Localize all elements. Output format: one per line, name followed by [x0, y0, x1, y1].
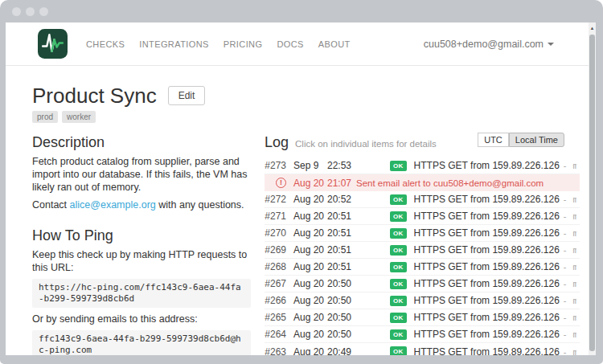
check-slug: - my-fancy-sy…	[562, 262, 576, 272]
check-slug: - my-fancy-sy…	[562, 296, 576, 306]
nav-link[interactable]: DOCS	[269, 33, 310, 55]
account-menu[interactable]: cuu508+demo@gmail.com	[424, 39, 554, 50]
alert-icon: !	[276, 178, 286, 188]
log-entry-row[interactable]: #269 Aug 20 20:51 OK HTTPS GET from 159.…	[265, 242, 580, 259]
ping-time: 21:07	[327, 178, 356, 189]
ping-detail: HTTPS GET from 159.89.226.126 - my-fancy…	[414, 211, 576, 222]
window-control-dot[interactable]	[26, 7, 35, 16]
check-slug: - my-fancy-sy…	[562, 347, 576, 356]
description-heading: Description	[32, 134, 251, 150]
ping-number: #264	[265, 329, 286, 340]
check-slug: - my-fancy-sy…	[562, 329, 576, 340]
ping-time: 20:50	[327, 278, 356, 289]
description-text: Fetch product catalog from supplier, par…	[32, 155, 251, 194]
tag-badge: prod	[32, 111, 58, 123]
http-instruction: Keep this check up by making HTTP reques…	[32, 248, 251, 274]
log-entry-row[interactable]: ! Aug 20 21:07 Sent email alert to cuu50…	[265, 174, 580, 191]
ok-badge: OK	[390, 279, 407, 289]
edit-button[interactable]: Edit	[168, 86, 206, 105]
content: Product Sync Edit prod worker Descriptio…	[6, 66, 596, 355]
ping-detail: HTTPS GET from 159.89.226.126 - my-fancy…	[414, 312, 576, 323]
scrollbar[interactable]: ▲	[589, 22, 596, 355]
ok-badge: OK	[390, 329, 407, 340]
ok-badge: OK	[390, 211, 407, 222]
ping-detail: HTTPS GET from 159.89.226.126 - my-fancy…	[414, 329, 576, 340]
ok-badge: OK	[390, 262, 407, 272]
ping-detail: HTTPS GET from 159.89.226.126 - my-fancy…	[414, 194, 576, 205]
nav-link[interactable]: INTEGRATIONS	[132, 33, 216, 55]
ping-time: 20:51	[327, 261, 356, 272]
window-control-dot[interactable]	[39, 7, 48, 16]
log-entry-row[interactable]: #272 Aug 20 20:52 OK HTTPS GET from 159.…	[265, 191, 580, 208]
caret-down-icon	[548, 43, 554, 46]
nav-link[interactable]: ABOUT	[311, 33, 358, 55]
ping-detail: HTTPS GET from 159.89.226.126 - my-fancy…	[414, 160, 576, 171]
window-titlebar	[0, 0, 603, 22]
ping-time: 20:51	[327, 244, 356, 256]
tag-badge: worker	[62, 111, 96, 123]
ping-time: 20:51	[327, 211, 356, 222]
alert-detail: Sent email alert to cuu508+demo@gmail.co…	[356, 178, 544, 188]
log-entry-row[interactable]: #267 Aug 20 20:50 OK HTTPS GET from 159.…	[265, 276, 580, 292]
ping-number: #273	[265, 160, 286, 171]
how-to-ping-heading: How To Ping	[32, 227, 251, 243]
ping-detail: HTTPS GET from 159.89.226.126 - my-fancy…	[414, 278, 576, 289]
email-instruction: Or by sending emails to this address:	[32, 313, 251, 325]
ping-detail: HTTPS GET from 159.89.226.126 - my-fancy…	[414, 227, 576, 239]
log-heading: Log	[265, 134, 289, 150]
ok-badge: OK	[390, 161, 407, 171]
scrollbar-up-arrow-icon[interactable]: ▲	[589, 24, 596, 33]
nav-links: CHECKS INTEGRATIONS PRICING DOCS ABOUT	[79, 33, 358, 55]
check-slug: - my-fancy-sy…	[562, 211, 576, 222]
ok-badge: OK	[390, 228, 407, 239]
ping-date: Aug 20	[293, 178, 327, 189]
ok-badge: OK	[390, 194, 407, 205]
check-slug: - my-fancy-sy…	[562, 194, 576, 205]
ping-number: #266	[265, 295, 286, 306]
ping-detail: HTTPS GET from 159.89.226.126 - my-fancy…	[414, 244, 576, 256]
log-entry-row[interactable]: #271 Aug 20 20:51 OK HTTPS GET from 159.…	[265, 208, 580, 225]
ok-badge: OK	[390, 346, 407, 355]
contact-email-link[interactable]: alice@example.org	[70, 199, 156, 211]
nav-link[interactable]: CHECKS	[79, 33, 132, 55]
check-slug: - my-fancy-sy…	[562, 161, 576, 171]
contact-line: Contact alice@example.org with any quest…	[32, 198, 251, 211]
log-entry-row[interactable]: #268 Aug 20 20:51 OK HTTPS GET from 159.…	[265, 259, 580, 276]
log-entry-row[interactable]: #270 Aug 20 20:51 OK HTTPS GET from 159.…	[265, 225, 580, 242]
details-column: Description Fetch product catalog from s…	[32, 134, 251, 355]
ok-badge: OK	[390, 296, 407, 306]
ping-url-code: https://hc-ping.com/ffc143c9-6aea-44fa-b…	[32, 279, 251, 308]
ping-date: Aug 20	[293, 227, 327, 239]
ping-time: 20:50	[327, 329, 356, 340]
check-slug: - my-fancy-sy…	[562, 245, 576, 256]
log-entry-row[interactable]: #263 Aug 20 20:49 OK HTTPS GET from 159.…	[265, 343, 580, 355]
healthchecks-logo-icon[interactable]	[38, 29, 68, 59]
log-entry-row[interactable]: #273 Sep 9 22:53 OK HTTPS GET from 159.8…	[265, 157, 580, 174]
ping-time: 20:52	[327, 194, 356, 205]
timezone-button[interactable]: Local Time	[509, 133, 564, 147]
check-slug: - my-fancy-sy…	[562, 313, 576, 323]
ping-email-code: ffc143c9-6aea-44fa-b299-599739d8cb6d@hc-…	[32, 330, 251, 355]
ping-detail: HTTPS GET from 159.89.226.126 - my-fancy…	[414, 261, 576, 272]
ping-date: Aug 20	[293, 329, 327, 340]
ping-time: 20:50	[327, 312, 356, 323]
ping-date: Aug 20	[293, 312, 327, 323]
log-entry-row[interactable]: #265 Aug 20 20:50 OK HTTPS GET from 159.…	[265, 309, 580, 326]
ping-number: #267	[265, 278, 286, 289]
ping-number: #263	[265, 346, 286, 356]
timezone-toggle: UTC Local Time	[478, 133, 564, 147]
log-column: Log Click on individual items for detail…	[265, 134, 580, 355]
timezone-button[interactable]: UTC	[478, 133, 509, 147]
log-entry-row[interactable]: #264 Aug 20 20:50 OK HTTPS GET from 159.…	[265, 326, 580, 343]
log-entry-row[interactable]: #266 Aug 20 20:50 OK HTTPS GET from 159.…	[265, 292, 580, 309]
browser-window: CHECKS INTEGRATIONS PRICING DOCS ABOUT c…	[0, 0, 603, 364]
navbar: CHECKS INTEGRATIONS PRICING DOCS ABOUT c…	[6, 22, 596, 66]
log-subtitle: Click on individual items for details	[295, 139, 437, 149]
ping-detail: HTTPS GET from 159.89.226.126 - my-fancy…	[414, 295, 576, 306]
ping-date: Aug 20	[293, 295, 327, 306]
ok-badge: OK	[390, 245, 407, 256]
window-control-dot[interactable]	[12, 7, 21, 16]
scrollbar-thumb[interactable]	[589, 35, 595, 351]
ping-date: Aug 20	[293, 278, 327, 289]
nav-link[interactable]: PRICING	[216, 33, 270, 55]
